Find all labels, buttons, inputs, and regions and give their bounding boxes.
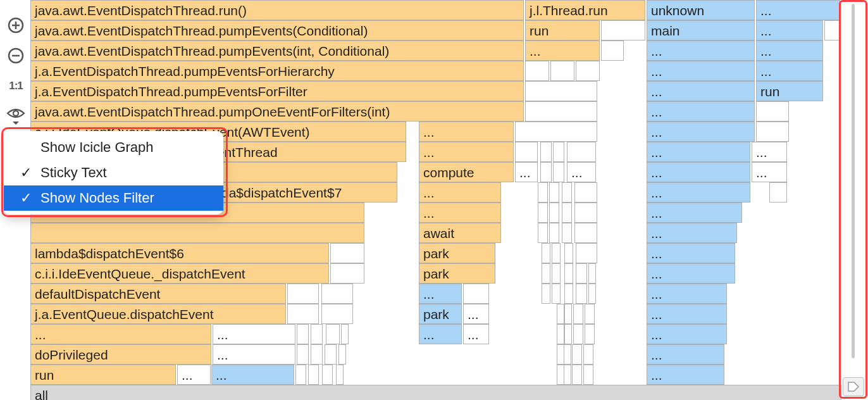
flame-span[interactable]: ... [213, 344, 295, 365]
flame-span[interactable]: lambda$dispatchEvent$6 [30, 243, 329, 263]
flame-span[interactable]: ... [419, 203, 501, 223]
flame-span[interactable]: ... [515, 162, 538, 182]
flame-span[interactable]: ... [647, 101, 755, 122]
flame-span[interactable]: run [525, 20, 600, 41]
flame-span[interactable]: defaultDispatchEvent [30, 284, 286, 304]
flame-span[interactable] [287, 304, 319, 324]
flame-span[interactable]: run [756, 81, 823, 101]
flame-span[interactable] [557, 324, 564, 344]
flame-span[interactable] [330, 263, 364, 284]
menu-item-sticky-text[interactable]: ✓ Sticky Text [4, 160, 223, 185]
flame-span[interactable] [583, 344, 593, 365]
zoom-in-button[interactable] [4, 14, 27, 37]
flame-span[interactable] [573, 324, 583, 344]
flame-span[interactable] [585, 304, 595, 324]
flame-span[interactable]: park [419, 304, 462, 324]
flame-span[interactable] [572, 344, 582, 365]
flame-span[interactable]: doPrivileged [30, 344, 211, 365]
flame-span[interactable] [576, 263, 587, 284]
flame-span[interactable] [576, 61, 600, 81]
flame-span[interactable] [542, 243, 550, 263]
flame-span[interactable] [540, 142, 552, 162]
flame-span[interactable] [552, 284, 561, 304]
flame-span[interactable] [574, 182, 597, 203]
flame-span[interactable] [311, 324, 323, 344]
flame-span[interactable] [562, 182, 572, 203]
flame-span[interactable] [562, 203, 572, 223]
flame-span[interactable] [326, 324, 340, 344]
flame-span[interactable] [564, 263, 573, 284]
flame-span[interactable]: park [419, 263, 495, 284]
flame-span[interactable]: ... [647, 41, 755, 61]
flame-span[interactable] [564, 344, 571, 365]
flame-span[interactable] [321, 304, 353, 324]
flame-span[interactable]: ... [647, 365, 724, 385]
flame-span[interactable] [538, 223, 548, 243]
flame-span[interactable] [30, 223, 364, 243]
flame-span[interactable]: ... [463, 324, 489, 344]
menu-item-show-icicle-graph[interactable]: Show Icicle Graph [4, 135, 223, 160]
flame-span[interactable] [562, 223, 572, 243]
flame-span[interactable] [564, 304, 572, 324]
flame-span[interactable] [321, 284, 353, 304]
flame-span[interactable] [557, 304, 564, 324]
flame-span[interactable]: ... [567, 162, 596, 182]
flame-span[interactable]: park [419, 243, 495, 263]
flame-span[interactable] [574, 223, 597, 243]
flame-span[interactable]: ... [647, 122, 755, 142]
flame-span[interactable] [542, 263, 550, 284]
flame-span[interactable] [756, 101, 789, 122]
flame-span[interactable] [552, 243, 561, 263]
flame-span[interactable] [308, 365, 319, 385]
visibility-dropdown-button[interactable] [4, 105, 27, 128]
flame-span[interactable]: ... [419, 142, 514, 162]
flame-span[interactable]: ... [756, 20, 823, 41]
flame-span[interactable] [338, 344, 346, 365]
flame-span[interactable] [525, 81, 597, 101]
flame-span[interactable] [330, 243, 364, 263]
flame-span[interactable]: ... [752, 142, 787, 162]
flame-span[interactable] [322, 365, 333, 385]
flame-span[interactable]: ... [647, 223, 737, 243]
flame-span[interactable] [549, 203, 559, 223]
flame-span[interactable] [769, 182, 787, 203]
flame-span[interactable]: ... [647, 142, 750, 162]
flame-span[interactable] [564, 243, 573, 263]
flame-span[interactable] [572, 365, 582, 385]
flame-span[interactable] [576, 284, 587, 304]
flame-span[interactable]: ... [30, 324, 211, 344]
flame-span[interactable]: ... [647, 182, 750, 203]
flame-span[interactable]: ... [647, 304, 727, 324]
flame-span[interactable] [542, 284, 550, 304]
flame-span[interactable]: ... [419, 122, 514, 142]
flame-span[interactable] [564, 284, 573, 304]
one-to-one-button[interactable]: 1:1 [4, 75, 27, 97]
flame-span[interactable]: java.awt.EventDispatchThread.run() [30, 0, 524, 20]
flame-span[interactable]: ... [647, 61, 755, 81]
flame-span[interactable] [297, 324, 309, 344]
flame-span[interactable] [601, 20, 645, 41]
flame-span[interactable]: ... [177, 365, 211, 385]
flame-span[interactable] [567, 142, 596, 162]
flame-span[interactable]: ... [647, 263, 735, 284]
flame-span[interactable]: ... [647, 284, 727, 304]
flame-span[interactable] [553, 162, 564, 182]
flame-span[interactable]: j.a.EventDispatchThread.pumpEventsForHie… [30, 61, 524, 81]
flame-span[interactable] [573, 304, 583, 324]
flame-span[interactable] [538, 182, 548, 203]
flame-span[interactable]: ... [756, 41, 823, 61]
flame-span[interactable] [515, 142, 538, 162]
flame-span[interactable] [564, 324, 572, 344]
flame-span[interactable] [287, 284, 319, 304]
flame-span[interactable]: await [419, 223, 501, 243]
flame-span[interactable] [341, 324, 349, 344]
flame-span[interactable] [588, 263, 596, 284]
flame-span[interactable]: ... [463, 304, 489, 324]
flame-span[interactable]: java.awt.EventDispatchThread.pumpEvents(… [30, 41, 524, 61]
flame-span[interactable] [553, 142, 564, 162]
flame-span[interactable] [585, 324, 595, 344]
flame-span[interactable] [583, 365, 593, 385]
flame-span[interactable]: ... [419, 182, 501, 203]
flame-span[interactable]: ... [647, 162, 750, 182]
flame-span[interactable]: ... [647, 203, 742, 223]
